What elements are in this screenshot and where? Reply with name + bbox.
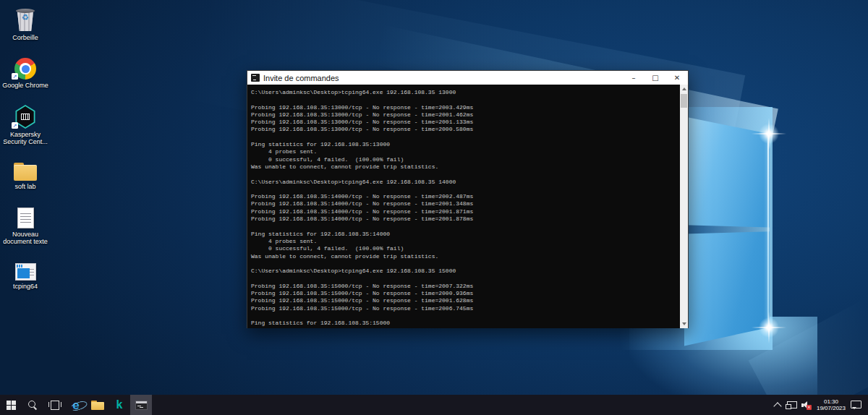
light-flare — [756, 121, 782, 147]
shortcut-arrow-icon: ↗ — [12, 122, 18, 129]
volume-muted-icon[interactable]: ✕ — [801, 401, 812, 409]
taskbar-search-button[interactable] — [22, 395, 43, 415]
kaspersky-icon: k — [116, 399, 123, 411]
scrollbar-thumb[interactable] — [681, 94, 687, 108]
scrollbar[interactable] — [680, 85, 688, 328]
tray-time: 01:30 — [817, 398, 846, 405]
command-prompt-icon — [135, 401, 148, 410]
mute-badge: ✕ — [807, 405, 812, 410]
task-view-icon — [48, 401, 60, 409]
icon-label: Corbeille — [1, 34, 49, 41]
scroll-down-arrow[interactable] — [680, 320, 688, 328]
minimize-button[interactable]: – — [623, 71, 644, 85]
text-document-icon — [17, 208, 34, 228]
window-controls: – □ ✕ — [623, 71, 688, 85]
close-button[interactable]: ✕ — [666, 71, 688, 85]
tray-clock[interactable]: 01:30 19/07/2023 — [817, 398, 846, 411]
start-button[interactable] — [0, 395, 22, 415]
taskbar-internet-explorer[interactable]: e — [65, 395, 87, 415]
system-tray: ✕ 01:30 19/07/2023 — [775, 395, 868, 415]
window-titlebar[interactable]: Invite de commandes – □ ✕ — [247, 71, 688, 85]
icon-label: soft lab — [1, 183, 49, 190]
taskbar: e k ✕ 01:30 19/07/2023 — [0, 395, 868, 415]
windows-start-icon — [7, 401, 16, 410]
icon-label: tcping64 — [1, 283, 49, 290]
taskbar-kaspersky[interactable]: k — [109, 395, 130, 415]
shortcut-arrow-icon: ↗ — [12, 73, 18, 80]
chevron-up-icon[interactable] — [773, 402, 781, 410]
cmd-icon — [251, 74, 260, 82]
light-flare — [756, 315, 782, 341]
folder-icon — [14, 163, 37, 181]
scroll-up-arrow[interactable] — [680, 85, 688, 93]
desktop-icon-google-chrome[interactable]: ↗ Google Chrome — [1, 55, 49, 89]
desktop-icon-nouveau-document[interactable]: Nouveau document texte — [1, 204, 49, 245]
desktop-icon-corbeille[interactable]: ♻ Corbeille — [1, 7, 49, 41]
console-output: C:\Users\adminksc\Desktop>tcping64.exe 1… — [247, 85, 681, 328]
internet-explorer-icon: e — [72, 399, 79, 411]
task-view-button[interactable] — [43, 395, 65, 415]
taskbar-file-explorer[interactable] — [87, 395, 109, 415]
file-explorer-icon — [91, 401, 104, 410]
desktop-screen: ♻ Corbeille ↗ Google Chrome ↗ Kaspersky … — [0, 0, 868, 415]
taskbar-command-prompt-active[interactable] — [130, 395, 152, 415]
maximize-button[interactable]: □ — [644, 71, 666, 85]
windows-logo — [684, 114, 770, 347]
desktop-icon-kaspersky[interactable]: ↗ Kaspersky Security Cent... — [1, 104, 49, 145]
window-title: Invite de commandes — [263, 74, 339, 82]
icon-label: Nouveau document texte — [1, 231, 49, 245]
icon-label: Kaspersky Security Cent... — [1, 131, 49, 145]
search-icon — [28, 401, 37, 409]
tray-date: 19/07/2023 — [817, 405, 846, 411]
desktop-icon-tcping64[interactable]: tcping64 — [1, 256, 49, 290]
application-window-icon — [15, 263, 36, 281]
network-icon[interactable] — [786, 401, 796, 409]
action-center-icon[interactable] — [851, 401, 861, 409]
recycle-bin-icon: ♻ — [16, 9, 35, 32]
desktop-icon-soft-lab[interactable]: soft lab — [1, 156, 49, 190]
command-prompt-window: Invite de commandes – □ ✕ C:\Users\admin… — [247, 70, 689, 328]
icon-label: Google Chrome — [1, 82, 49, 89]
windows-logo-edge — [767, 133, 769, 328]
